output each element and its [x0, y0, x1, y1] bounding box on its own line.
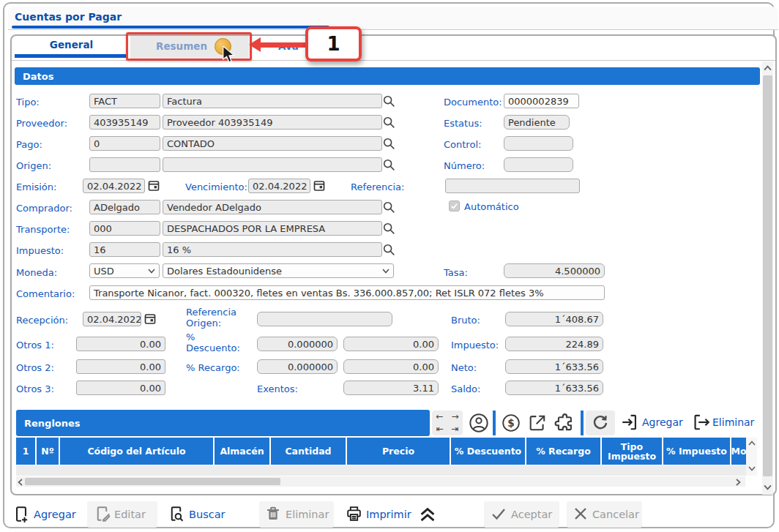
- doc-add-icon[interactable]: [12, 504, 31, 524]
- tipo-code-field[interactable]: FACT: [89, 94, 160, 108]
- col-moneda-clipped: Mo: [731, 438, 746, 465]
- origen-search-icon[interactable]: [382, 158, 395, 171]
- impuesto-search-icon[interactable]: [382, 243, 395, 256]
- vencimiento-calendar-icon[interactable]: [313, 179, 325, 192]
- impuesto-desc-field[interactable]: 16 %: [163, 242, 382, 257]
- comprador-label: Comprador:: [16, 203, 72, 214]
- moneda-code-value: USD: [94, 266, 114, 277]
- renglones-empty-row: [16, 465, 746, 476]
- col-almacen: Almacén: [215, 438, 271, 465]
- proveedor-desc-field[interactable]: Proveedor 403935149: [163, 115, 382, 130]
- scroll-up-icon[interactable]: [748, 441, 756, 446]
- moneda-code-select[interactable]: USD: [89, 263, 160, 278]
- impuesto-label: Impuesto:: [16, 245, 64, 256]
- documento-label: Documento:: [444, 97, 502, 108]
- tipo-search-icon[interactable]: [382, 94, 395, 108]
- nav-left-icon[interactable]: ←: [436, 411, 443, 422]
- nav-right-icon[interactable]: →: [451, 411, 458, 422]
- pago-search-icon[interactable]: [382, 137, 395, 150]
- doc-search-icon[interactable]: [167, 504, 185, 523]
- eliminar-button-label: Eliminar: [286, 509, 329, 520]
- vertical-scrollbar-thumb[interactable]: [763, 75, 772, 476]
- proveedor-search-icon[interactable]: [382, 116, 395, 129]
- col-numero: Nº: [37, 438, 60, 465]
- emision-date-field[interactable]: 02.04.2022: [83, 179, 145, 193]
- nav-last-icon[interactable]: ⇥: [451, 424, 458, 435]
- moneda-desc-select[interactable]: Dolares Estadounidense: [163, 263, 394, 278]
- automatico-checkbox: [449, 201, 460, 211]
- transporte-code-field[interactable]: 000: [89, 221, 160, 236]
- otros2-field: 0.00: [76, 359, 165, 374]
- col-precio: Precio: [347, 438, 451, 465]
- saldo-label: Saldo:: [451, 383, 480, 394]
- moneda-desc-value: Dolares Estadounidense: [167, 266, 282, 277]
- referencia-origen-field[interactable]: [257, 312, 392, 326]
- buscar-button[interactable]: Buscar: [189, 509, 225, 520]
- close-icon: [574, 507, 587, 520]
- renglones-eliminar-button[interactable]: Eliminar: [712, 416, 754, 428]
- checkbox-check-icon: [450, 202, 458, 210]
- proveedor-code-field[interactable]: 403935149: [89, 115, 160, 130]
- user-icon[interactable]: [469, 413, 489, 433]
- horizontal-scrollbar-thumb[interactable]: [25, 478, 280, 485]
- pago-desc-field[interactable]: CONTADO: [163, 136, 382, 151]
- renglones-agregar-button[interactable]: Agregar: [642, 416, 683, 428]
- scroll-up-icon[interactable]: [764, 65, 772, 72]
- check-icon: [491, 506, 507, 521]
- editar-button-label: Editar: [114, 509, 146, 520]
- nav-first-icon[interactable]: ⇤: [436, 424, 443, 435]
- recepcion-date-field[interactable]: 02.04.2022: [83, 312, 141, 326]
- dollar-icon[interactable]: $: [502, 413, 521, 432]
- toolbar-divider: [493, 411, 496, 435]
- callout-arrow: [260, 42, 306, 48]
- scroll-down-icon[interactable]: [764, 484, 772, 490]
- collapse-icon[interactable]: [417, 506, 439, 524]
- pago-code-field[interactable]: 0: [89, 136, 160, 151]
- transporte-label: Transporte:: [16, 224, 70, 235]
- impuesto-code-field[interactable]: 16: [89, 242, 160, 257]
- dropdown-chevron-icon: [148, 269, 155, 274]
- row-add-icon[interactable]: [620, 413, 639, 432]
- refresh-icon[interactable]: [586, 411, 615, 435]
- vencimiento-date-field[interactable]: 02.04.2022: [248, 179, 310, 193]
- exentos-label: Exentos:: [257, 383, 298, 394]
- recepcion-calendar-icon[interactable]: [144, 312, 156, 325]
- renglones-section-header: Renglones: [16, 410, 430, 436]
- comprador-search-icon[interactable]: [382, 201, 395, 214]
- comentario-field[interactable]: Transporte Nicanor, fact. 000320, fletes…: [89, 285, 605, 300]
- agregar-button[interactable]: Agregar: [34, 509, 76, 520]
- transporte-search-icon[interactable]: [382, 222, 395, 235]
- comentario-label: Comentario:: [16, 288, 75, 299]
- doc-edit-icon: [93, 504, 111, 523]
- imprimir-button[interactable]: Imprimir: [366, 509, 411, 520]
- scroll-left-icon[interactable]: [18, 479, 23, 486]
- proveedor-label: Proveedor:: [16, 118, 67, 129]
- puzzle-icon[interactable]: [554, 412, 575, 434]
- export-icon[interactable]: [528, 413, 547, 432]
- origen-desc-field[interactable]: [163, 157, 382, 172]
- comprador-desc-field[interactable]: Vendedor ADelgado: [163, 200, 382, 214]
- tab-general[interactable]: General: [15, 39, 128, 50]
- impuesto-total-field: 224.89: [505, 337, 603, 351]
- emision-calendar-icon[interactable]: [148, 179, 160, 192]
- origen-code-field[interactable]: [89, 157, 160, 172]
- scroll-down-icon[interactable]: [748, 465, 756, 471]
- scroll-right-icon[interactable]: [735, 479, 741, 486]
- numero-field[interactable]: [504, 157, 573, 172]
- referencia-field[interactable]: [445, 179, 580, 193]
- datos-section-header: Datos: [15, 67, 760, 85]
- bruto-field: 1´408.67: [505, 312, 603, 326]
- transporte-desc-field[interactable]: DESPACHADOS POR LA EMPRESA: [163, 221, 382, 236]
- control-field[interactable]: [504, 136, 573, 151]
- descuento-pct-field: 0.000000: [257, 337, 338, 351]
- comprador-code-field[interactable]: ADelgado: [89, 200, 160, 214]
- trash-icon: [264, 504, 282, 523]
- tipo-desc-field[interactable]: Factura: [163, 94, 382, 108]
- estatus-label: Estatus:: [444, 118, 482, 129]
- aceptar-button-label: Aceptar: [511, 509, 552, 520]
- documento-field[interactable]: 0000002839: [504, 94, 579, 108]
- printer-icon[interactable]: [345, 504, 363, 523]
- numero-label: Número:: [444, 160, 485, 171]
- nav-arrows-icon[interactable]: ← → ⇤ ⇥: [432, 411, 463, 435]
- row-remove-icon[interactable]: [692, 413, 711, 432]
